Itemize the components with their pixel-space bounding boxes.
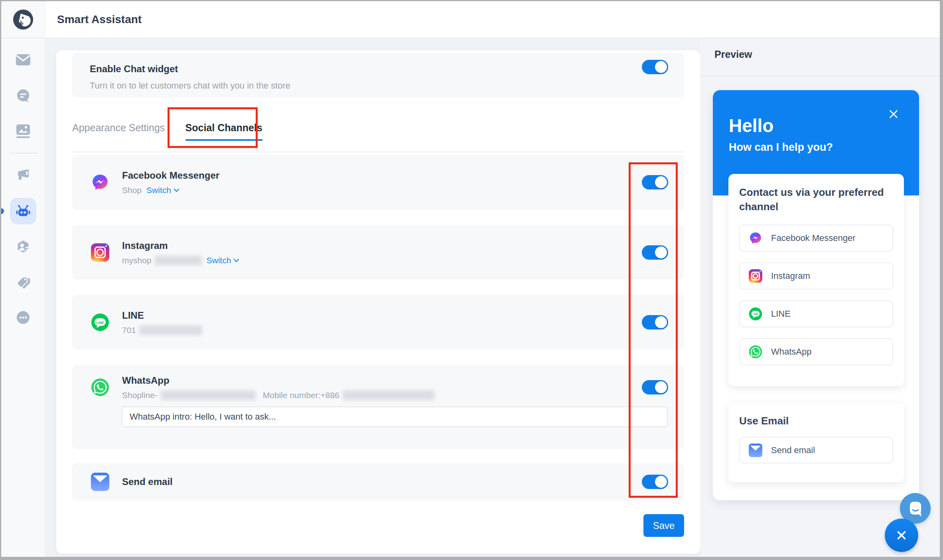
settings-panel: Enable Chat widget Turn it on to let cus… (56, 50, 700, 554)
megaphone-icon (15, 168, 31, 182)
sidebar-item-marketing[interactable] (15, 167, 31, 183)
instagram-icon (749, 269, 762, 283)
chat-smile-icon (907, 500, 924, 517)
channel-name: Instagram (122, 240, 239, 252)
preview-channel-label: WhatsApp (771, 347, 812, 357)
widget-subtitle: How can I help you? (729, 141, 833, 154)
svg-text:LINE: LINE (753, 313, 758, 315)
preview-title: Preview (700, 38, 941, 76)
widget-channels-card: Contact us via your preferred channel Fa… (728, 174, 904, 386)
facebook-messenger-toggle[interactable] (642, 175, 668, 189)
sidebar-item-tags[interactable] (15, 275, 31, 291)
channel-row-whatsapp: WhatsApp Shopline- Mobile number:+886 (72, 365, 684, 449)
channel-row-facebook-messenger: Facebook Messenger Shop Switch (72, 155, 684, 210)
instagram-icon (91, 243, 109, 262)
preview-channel-whatsapp[interactable]: WhatsApp (739, 338, 893, 365)
tab-social-channels[interactable]: Social Channels (185, 121, 262, 152)
sidebar-item-media[interactable] (15, 123, 31, 139)
channel-account: Shopline- (122, 390, 158, 400)
app-header: Smart Assistant (1, 1, 940, 38)
whatsapp-toggle[interactable] (642, 380, 668, 394)
preview-channel-line[interactable]: LINE LINE (739, 300, 893, 327)
channel-account: Shop (122, 185, 142, 195)
tags-icon (15, 274, 31, 291)
send-email-icon (749, 444, 762, 457)
chat-widget-preview: Hello How can I help you? Contact us via… (713, 90, 919, 500)
channel-row-instagram: Instagram myshop Switch (72, 225, 684, 280)
app-logo[interactable] (1, 1, 45, 37)
messenger-icon (91, 173, 109, 191)
switch-link[interactable]: Switch (207, 256, 240, 265)
redacted-text (343, 390, 434, 400)
channel-row-line: LINE LINE 701 (72, 295, 684, 349)
preview-panel: Preview Hello How can I help you? Contac… (700, 38, 941, 559)
sidebar-item-chat[interactable] (15, 88, 31, 104)
enable-chat-widget-title: Enable Chat widget (90, 63, 667, 75)
chat-bubble-icon (15, 88, 31, 104)
channel-name: Send email (122, 476, 173, 488)
sidebar-item-smart-assistant[interactable] (15, 203, 31, 219)
channel-name: LINE (122, 310, 202, 321)
page-title: Smart Assistant (57, 1, 142, 37)
chat-close-launcher-button[interactable] (885, 519, 918, 552)
channel-subtitle: myshop Switch (122, 256, 239, 265)
sidebar-item-members[interactable] (15, 239, 31, 255)
channel-name: WhatsApp (122, 375, 434, 386)
widget-email-heading: Use Email (739, 415, 893, 427)
channel-name: Facebook Messenger (122, 170, 219, 181)
save-button[interactable]: Save (643, 514, 684, 537)
enable-chat-widget-description: Turn it on to let customers chat with yo… (90, 81, 667, 91)
preview-send-email-button[interactable]: Send email (739, 437, 893, 463)
widget-channels-heading: Contact us via your preferred channel (739, 185, 887, 214)
switch-link[interactable]: Switch (146, 185, 180, 195)
chevron-down-icon (174, 188, 180, 192)
preview-channel-label: Instagram (771, 271, 810, 281)
channel-account: myshop (122, 256, 152, 265)
channel-subtitle: 701 (122, 325, 202, 335)
whatsapp-icon (749, 345, 762, 359)
whatsapp-icon (91, 378, 109, 396)
widget-email-card: Use Email Send email (728, 403, 904, 482)
mobile-number-label: Mobile number:+886 (263, 390, 339, 400)
sidebar-divider (9, 153, 37, 154)
enable-chat-widget-row: Enable Chat widget Turn it on to let cus… (72, 53, 684, 97)
line-toggle[interactable] (642, 315, 668, 329)
ellipsis-bubble-icon (15, 310, 31, 325)
line-icon: LINE (749, 307, 762, 321)
close-icon (894, 528, 909, 542)
preview-channel-facebook-messenger[interactable]: Facebook Messenger (739, 225, 893, 252)
messenger-icon (749, 231, 762, 245)
settings-tabs: Appearance Settings Social Channels (72, 121, 684, 152)
widget-close-button[interactable] (887, 108, 900, 120)
image-icon (15, 124, 31, 139)
send-email-icon (91, 473, 109, 491)
close-icon (887, 108, 900, 120)
send-email-toggle[interactable] (642, 475, 668, 489)
tab-appearance-settings[interactable]: Appearance Settings (72, 121, 165, 152)
preview-channel-label: LINE (771, 309, 791, 319)
shopline-logo-icon (12, 9, 34, 30)
redacted-text (139, 325, 202, 335)
preview-channel-label: Send email (771, 445, 815, 455)
sidebar-active-dot (0, 208, 4, 214)
line-icon: LINE (91, 313, 109, 331)
preview-channel-label: Facebook Messenger (771, 233, 856, 243)
chevron-down-icon (233, 258, 239, 262)
svg-text:LINE: LINE (96, 320, 104, 324)
member-hexagon-icon (15, 239, 31, 256)
channel-subtitle: Shop Switch (122, 185, 219, 195)
channel-row-send-email: Send email (72, 463, 684, 501)
whatsapp-intro-input[interactable] (122, 406, 668, 427)
enable-chat-widget-toggle[interactable] (642, 60, 668, 74)
mail-icon (15, 53, 31, 67)
redacted-text (155, 256, 202, 265)
sidebar-item-mail[interactable] (15, 52, 31, 68)
redacted-text (161, 390, 256, 400)
sidebar-item-more[interactable] (15, 310, 31, 325)
preview-channel-instagram[interactable]: Instagram (739, 262, 893, 290)
instagram-toggle[interactable] (642, 245, 668, 260)
widget-greeting: Hello (729, 115, 773, 136)
smart-assistant-window: Smart Assistant (0, 0, 943, 560)
channel-subtitle: Shopline- Mobile number:+886 (122, 390, 434, 400)
robot-icon (15, 202, 31, 220)
